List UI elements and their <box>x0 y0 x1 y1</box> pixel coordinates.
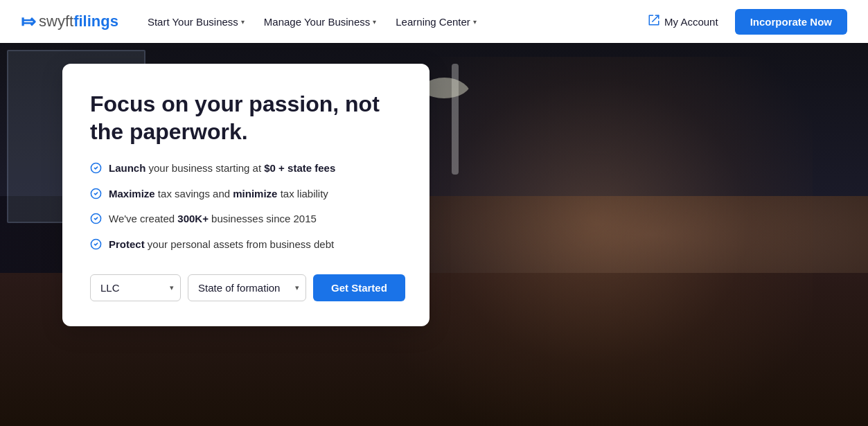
state-of-formation-select[interactable]: State of formation Alabama Alaska Arizon… <box>188 274 306 301</box>
hero-card: Focus on your passion, not the paperwork… <box>62 64 429 326</box>
chevron-down-icon: ▾ <box>373 18 376 26</box>
account-icon <box>648 14 660 30</box>
list-item: Maximize tax savings and minimize tax li… <box>90 186 402 205</box>
nav-start-business[interactable]: Start Your Business ▾ <box>139 10 253 33</box>
nav-links: Start Your Business ▾ Manage Your Busine… <box>139 10 639 33</box>
logo-icon: ⤇ <box>21 11 36 33</box>
list-item: Launch your business starting at $0 + st… <box>90 161 402 179</box>
entity-type-select[interactable]: LLC Corporation Nonprofit DBA <box>90 274 181 301</box>
list-item: We've created 300K+ businesses since 201… <box>90 211 402 230</box>
hero-features-list: Launch your business starting at $0 + st… <box>90 161 402 255</box>
chevron-down-icon: ▾ <box>241 18 245 26</box>
bg-person-glow <box>379 57 813 426</box>
entity-type-select-wrap: LLC Corporation Nonprofit DBA ▾ <box>90 274 181 301</box>
bullet-bold: Protect <box>109 238 145 250</box>
bullet-bold: Launch <box>109 162 145 174</box>
hero-headline: Focus on your passion, not the paperwork… <box>90 90 402 145</box>
check-icon <box>90 212 102 230</box>
nav-learning-center[interactable]: Learning Center ▾ <box>387 10 485 33</box>
incorporate-now-button[interactable]: Incorporate Now <box>735 9 847 35</box>
my-account-button[interactable]: My Account <box>639 8 727 35</box>
hero-cta: LLC Corporation Nonprofit DBA ▾ State of… <box>90 274 402 301</box>
list-item: Protect your personal assets from busine… <box>90 237 402 256</box>
navbar: ⤇ swyftfilings Start Your Business ▾ Man… <box>0 0 868 43</box>
hero-section: Focus on your passion, not the paperwork… <box>0 43 868 426</box>
logo-text: swyftfilings <box>39 12 118 30</box>
state-select-wrap: State of formation Alabama Alaska Arizon… <box>188 274 306 301</box>
nav-manage-business[interactable]: Manage Your Business ▾ <box>256 10 384 33</box>
bullet-bold: Maximize <box>109 188 155 199</box>
logo[interactable]: ⤇ swyftfilings <box>21 11 118 33</box>
check-icon <box>90 161 102 179</box>
check-icon <box>90 187 102 205</box>
get-started-button[interactable]: Get Started <box>313 274 405 301</box>
chevron-down-icon: ▾ <box>473 18 477 26</box>
check-icon <box>90 238 102 256</box>
nav-right: My Account Incorporate Now <box>639 8 847 35</box>
